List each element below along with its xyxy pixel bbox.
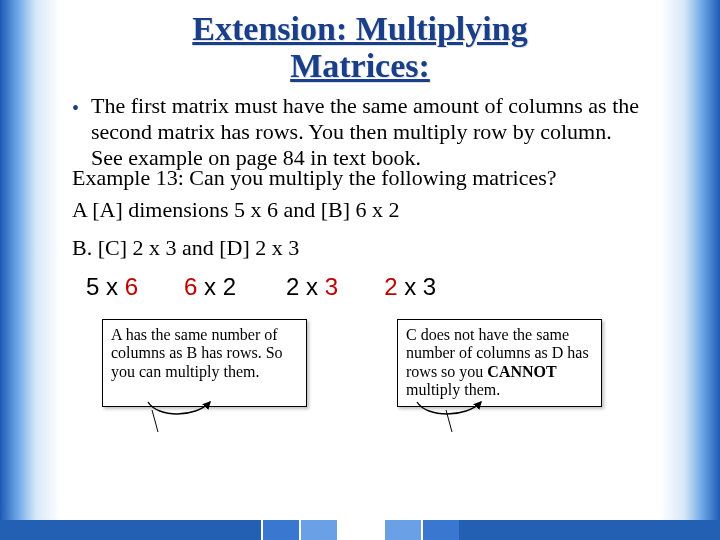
dim-group-b: 2 x 3 2 x 3 <box>286 273 436 301</box>
dim-b1-pre: 2 x <box>286 273 325 300</box>
dim-a1-red: 6 <box>125 273 138 300</box>
dim-b2: 2 x 3 <box>384 273 436 301</box>
dim-b1-red: 3 <box>325 273 338 300</box>
dim-b2-red: 2 <box>384 273 404 300</box>
dim-group-a: 5 x 6 6 x 2 <box>86 273 236 301</box>
bullet-dot-icon: • <box>72 97 79 120</box>
dim-b1: 2 x 3 <box>286 273 338 301</box>
dimension-row: 5 x 6 6 x 2 2 x 3 2 x 3 <box>86 273 634 301</box>
dim-a1: 5 x 6 <box>86 273 138 301</box>
title-line-2: Matrices: <box>290 47 430 84</box>
slide-content: Extension: Multiplying Matrices: • The f… <box>0 0 720 540</box>
dim-a2-red: 6 <box>184 273 204 300</box>
bullet-text: The first matrix must have the same amou… <box>91 93 648 171</box>
part-a-line: A [A] dimensions 5 x 6 and [B] 6 x 2 <box>72 197 648 223</box>
slide-title: Extension: Multiplying Matrices: <box>60 10 660 85</box>
part-b-line: B. [C] 2 x 3 and [D] 2 x 3 <box>72 235 648 261</box>
title-line-1: Extension: Multiplying <box>192 10 527 47</box>
dim-b2-post: x 3 <box>404 273 436 300</box>
annot-b-post: multiply them. <box>406 381 500 398</box>
dim-a2: 6 x 2 <box>184 273 236 301</box>
dim-a2-post: x 2 <box>204 273 236 300</box>
annot-b-bold: CANNOT <box>487 363 556 380</box>
annotation-b: C does not have the same number of colum… <box>397 319 602 407</box>
dim-a1-pre: 5 x <box>86 273 125 300</box>
annotation-row: A has the same number of columns as B ha… <box>102 319 634 407</box>
bullet-row: • The first matrix must have the same am… <box>72 93 648 171</box>
annotation-a: A has the same number of columns as B ha… <box>102 319 307 407</box>
